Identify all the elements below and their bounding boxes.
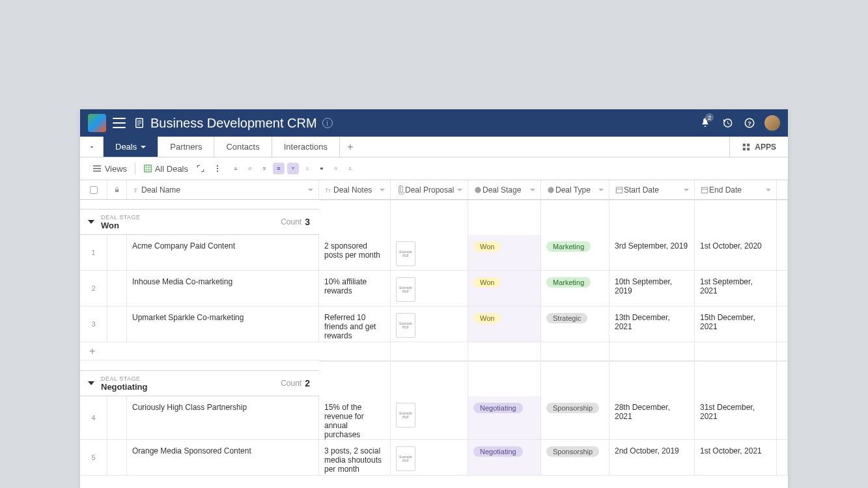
cell-stage[interactable]: Negotiating xyxy=(468,396,541,439)
cell-proposal[interactable]: ExamplePDF xyxy=(391,271,468,306)
svg-rect-33 xyxy=(115,189,119,192)
cell-start-date[interactable]: 28th December, 2021 xyxy=(609,396,695,439)
group-header[interactable]: DEAL STAGENegotiatingCount 2 xyxy=(80,370,319,396)
view-all-deals[interactable]: All Deals xyxy=(139,159,192,178)
cell-end-date[interactable]: 1st October, 2021 xyxy=(695,440,777,475)
cell-start-date[interactable]: 13th December, 2021 xyxy=(609,306,695,342)
cell-type[interactable]: Sponsorship xyxy=(541,396,609,439)
cell-start-date[interactable]: 3rd September, 2019 xyxy=(609,235,695,270)
cell-deal-notes[interactable]: 3 posts, 2 social media shoutouts per mo… xyxy=(319,440,391,475)
svg-rect-30 xyxy=(320,168,323,170)
cell-end-date[interactable]: 1st September, 2021 xyxy=(695,271,777,306)
table-row[interactable]: 2 Inhouse Media Co-marketing 10% affilia… xyxy=(80,271,788,306)
cell-end-date[interactable]: 1st October, 2020 xyxy=(695,235,777,270)
views-button[interactable]: Views xyxy=(88,159,131,178)
group-header[interactable]: DEAL STAGEWonCount 3 xyxy=(80,209,319,235)
paint-icon[interactable] xyxy=(301,163,313,174)
tab-contacts[interactable]: Contacts xyxy=(214,137,272,157)
tab-deals[interactable]: Deals xyxy=(104,137,158,157)
cell-deal-name[interactable]: Curiously High Class Partnership xyxy=(127,396,319,439)
svg-rect-9 xyxy=(747,148,749,150)
table-row[interactable]: 3 Upmarket Sparkle Co-marketing Referred… xyxy=(80,306,788,342)
col-end-date[interactable]: End Date xyxy=(695,180,777,199)
pdf-attachment-icon[interactable]: ExamplePDF xyxy=(396,241,415,266)
cell-start-date[interactable]: 10th September, 2019 xyxy=(609,271,695,306)
more-icon[interactable] xyxy=(209,159,226,178)
pdf-attachment-icon[interactable]: ExamplePDF xyxy=(396,277,415,302)
add-row-button[interactable]: + xyxy=(80,342,319,360)
cell-end-date[interactable]: 31st December, 2021 xyxy=(695,396,777,439)
document-icon xyxy=(133,117,145,129)
add-tab-button[interactable]: + xyxy=(343,137,358,157)
help-icon[interactable]: ? xyxy=(738,112,761,134)
cell-type[interactable]: Strategic xyxy=(541,306,609,342)
row-height-icon[interactable] xyxy=(316,163,328,174)
apps-button[interactable]: APPS xyxy=(729,137,788,157)
expand-icon[interactable] xyxy=(192,159,209,178)
app-logo[interactable] xyxy=(88,114,106,132)
cell-deal-name[interactable]: Acme Company Paid Content xyxy=(127,235,319,270)
pdf-attachment-icon[interactable]: ExamplePDF xyxy=(396,446,415,471)
collapse-group-icon[interactable] xyxy=(88,220,94,224)
cell-stage[interactable]: Won xyxy=(468,271,541,306)
cell-deal-name[interactable]: Upmarket Sparkle Co-marketing xyxy=(127,306,319,342)
cell-proposal[interactable]: ExamplePDF xyxy=(391,396,468,439)
table-row[interactable]: 5 Orange Media Sponsored Content 3 posts… xyxy=(80,440,788,476)
cell-start-date[interactable]: 2nd October, 2019 xyxy=(609,440,695,475)
pdf-attachment-icon[interactable]: ExamplePDF xyxy=(396,403,415,427)
select-all-checkbox[interactable] xyxy=(80,180,107,199)
cell-type[interactable]: Marketing xyxy=(541,235,609,270)
svg-rect-8 xyxy=(743,148,746,150)
cell-deal-notes[interactable]: 10% affiliate rewards xyxy=(319,271,391,306)
group-icon[interactable] xyxy=(273,163,285,174)
svg-point-24 xyxy=(264,167,264,168)
svg-rect-10 xyxy=(145,165,152,172)
option-icon xyxy=(546,185,555,195)
cell-stage[interactable]: Won xyxy=(468,306,541,342)
collapse-tabs-icon[interactable] xyxy=(80,137,104,157)
cell-stage[interactable]: Negotiating xyxy=(468,440,541,475)
tab-interactions[interactable]: Interactions xyxy=(272,137,340,157)
cell-deal-notes[interactable]: Referred 10 friends and get rewards xyxy=(319,306,391,342)
svg-rect-28 xyxy=(277,169,281,169)
svg-point-19 xyxy=(236,168,236,169)
table-row[interactable]: 4 Curiously High Class Partnership 15% o… xyxy=(80,396,788,440)
cell-deal-notes[interactable]: 15% of the revenue for annual purchases xyxy=(319,396,391,439)
filter-icon[interactable] xyxy=(287,163,299,174)
collapse-group-icon[interactable] xyxy=(88,381,94,385)
row-number: 3 xyxy=(80,306,107,342)
pdf-attachment-icon[interactable]: ExamplePDF xyxy=(396,313,415,338)
col-deal-proposal[interactable]: Deal Proposal xyxy=(391,180,468,199)
calendar-icon xyxy=(615,185,624,195)
svg-point-31 xyxy=(335,167,337,169)
col-deal-name[interactable]: TDeal Name xyxy=(127,180,319,199)
hide-icon[interactable] xyxy=(244,163,256,174)
hamburger-icon[interactable] xyxy=(113,118,126,128)
history-icon[interactable] xyxy=(716,112,738,134)
tab-partners[interactable]: Partners xyxy=(158,137,214,157)
apps-icon xyxy=(742,142,751,152)
notification-badge: 2 xyxy=(705,113,714,122)
cell-proposal[interactable]: ExamplePDF xyxy=(391,306,468,342)
col-deal-stage[interactable]: Deal Stage xyxy=(468,180,541,199)
cell-type[interactable]: Sponsorship xyxy=(541,440,609,475)
people-icon[interactable] xyxy=(230,163,242,174)
cell-proposal[interactable]: ExamplePDF xyxy=(391,440,468,475)
cell-proposal[interactable]: ExamplePDF xyxy=(391,235,468,270)
user-avatar[interactable] xyxy=(764,115,780,131)
sliders-icon[interactable] xyxy=(259,163,270,174)
col-deal-type[interactable]: Deal Type xyxy=(541,180,609,199)
notification-icon[interactable]: 2 xyxy=(694,112,716,134)
share-icon[interactable] xyxy=(344,163,356,174)
cell-deal-name[interactable]: Orange Media Sponsored Content xyxy=(127,440,319,475)
cell-deal-name[interactable]: Inhouse Media Co-marketing xyxy=(127,271,319,306)
cell-stage[interactable]: Won xyxy=(468,235,541,270)
cell-end-date[interactable]: 15th December, 2021 xyxy=(695,306,777,342)
col-start-date[interactable]: Start Date xyxy=(609,180,695,199)
table-row[interactable]: 1 Acme Company Paid Content 2 sponsored … xyxy=(80,235,788,271)
cell-deal-notes[interactable]: 2 sponsored posts per month xyxy=(319,235,391,270)
info-icon[interactable]: i xyxy=(322,118,333,128)
search-icon[interactable] xyxy=(330,163,342,174)
cell-type[interactable]: Marketing xyxy=(541,271,609,306)
col-deal-notes[interactable]: TтDeal Notes xyxy=(319,180,391,199)
